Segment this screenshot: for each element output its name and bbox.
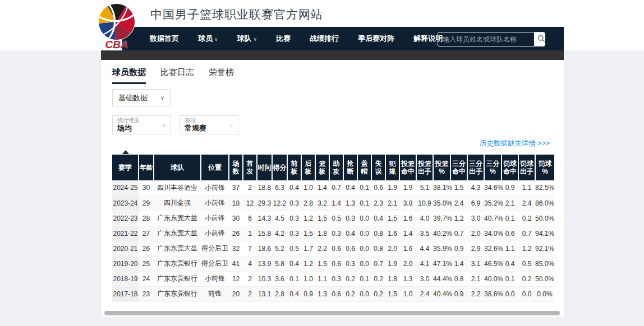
column-header[interactable]: 三分 出手 <box>467 155 484 180</box>
table-cell: 0.5 <box>518 256 535 271</box>
table-cell: 35.2% <box>484 195 502 211</box>
tab-player-stats[interactable]: 球员数据 <box>112 67 146 84</box>
column-header[interactable]: 位置 <box>201 155 229 180</box>
table-cell: 2.2 <box>467 286 484 301</box>
column-header[interactable]: 罚球 命中 <box>502 155 518 180</box>
tab-game-log[interactable]: 比赛日志 <box>160 67 194 84</box>
filter-value: 常规赛 <box>185 124 233 133</box>
table-cell: 1.5 <box>301 226 315 241</box>
table-cell: 0.9 <box>450 286 467 301</box>
column-header[interactable]: 罚球 % <box>535 155 554 180</box>
table-cell: 38.1% <box>433 180 450 195</box>
table-row: 2017-1823广东东莞银行前锋20213.12.80.40.91.30.60… <box>112 286 554 301</box>
table-cell: 四川金强 <box>154 195 201 211</box>
table-cell: 0.8 <box>371 226 385 241</box>
table-cell: 94.1% <box>535 226 554 241</box>
nav-item-data-home[interactable]: 数据首页 <box>140 34 188 44</box>
column-header[interactable]: 助攻 <box>329 155 343 180</box>
table-header-row: 赛季年龄球队位置场数首发时间得分前板后板篮板助攻抢断盖帽失误犯规投篮 命中投篮 … <box>112 155 554 180</box>
table-cell: 82.5% <box>535 180 554 195</box>
table-cell: 37 <box>229 180 243 195</box>
banner-strip <box>101 50 564 60</box>
table-cell: 18 <box>229 195 243 211</box>
chevron-down-icon: ∨ <box>162 122 166 128</box>
table-cell: 0.8 <box>450 271 467 286</box>
table-cell: 0.3 <box>343 256 357 271</box>
table-cell: 1.2 <box>518 241 535 256</box>
column-header[interactable]: 三分 命中 <box>450 155 467 180</box>
table-row: 2020-2126广东东莞大益得分后卫32718.65.20.51.72.20.… <box>112 241 554 256</box>
main-navbar: 数据首页球员∨球队∨比赛战绩排行季后赛对阵解释说明∨ <box>122 27 564 50</box>
table-cell: 6.3 <box>272 180 287 195</box>
column-header[interactable]: 投篮 出手 <box>416 155 433 180</box>
stage-select[interactable]: 赛段常规赛∨ <box>180 115 238 134</box>
table-cell: 0.4 <box>502 256 518 271</box>
column-header[interactable]: 前板 <box>287 155 301 180</box>
column-header[interactable]: 犯规 <box>385 155 399 180</box>
table-cell: 0.6 <box>371 180 385 195</box>
table-cell: 广东东莞大益 <box>154 211 201 226</box>
tab-honors[interactable]: 荣誉榜 <box>209 67 234 84</box>
table-cell: 3.0 <box>416 271 433 286</box>
column-header[interactable]: 篮板 <box>315 155 329 180</box>
column-header[interactable]: 三分 % <box>484 155 502 180</box>
table-cell: 小前锋 <box>201 180 229 195</box>
column-header[interactable]: 盖帽 <box>357 155 371 180</box>
table-cell: 32.6% <box>484 241 502 256</box>
nav-item-teams[interactable]: 球队∨ <box>228 34 267 44</box>
nav-item-standings[interactable]: 战绩排行 <box>300 34 348 44</box>
column-header[interactable]: 赛季 <box>112 155 139 180</box>
table-body: 2024-2530四川丰谷酒业小前锋37218.86.30.41.01.40.7… <box>112 180 554 301</box>
table-cell: 13.9 <box>257 256 272 271</box>
search-box <box>438 32 545 46</box>
column-header[interactable]: 得分 <box>272 155 287 180</box>
table-cell: 44.4% <box>433 271 450 286</box>
horizontal-scrollbar[interactable] <box>104 311 560 315</box>
table-row: 2018-1924广东东莞银行小前锋12210.33.60.11.01.10.3… <box>112 271 554 286</box>
table-cell: 1.5 <box>315 211 329 226</box>
nav-item-playoffs[interactable]: 季后赛对阵 <box>348 34 404 44</box>
data-type-select[interactable]: 基础数据 ∨ <box>112 89 171 106</box>
data-type-select-value: 基础数据 <box>118 93 148 103</box>
column-header[interactable]: 失误 <box>371 155 385 180</box>
table-cell: 1.4 <box>399 226 416 241</box>
table-cell: 0.2 <box>343 286 357 301</box>
nav-item-games[interactable]: 比赛 <box>266 34 300 44</box>
table-cell: 0.1 <box>357 195 371 211</box>
search-input[interactable] <box>438 32 534 46</box>
table-cell: 2.4 <box>416 286 433 301</box>
table-cell: 0.2 <box>371 286 385 301</box>
table-cell: 14.3 <box>257 211 272 226</box>
table-cell: 2019-20 <box>112 256 139 271</box>
nav-item-players[interactable]: 球员∨ <box>188 34 228 44</box>
column-header[interactable]: 投篮 % <box>433 155 450 180</box>
table-cell: 2017-18 <box>112 286 139 301</box>
table-cell: 0.6 <box>343 241 357 256</box>
column-header[interactable]: 场数 <box>229 155 243 180</box>
stat-dimension-select[interactable]: 统计维度场均∨ <box>112 115 171 134</box>
table-cell: 0.1 <box>357 271 371 286</box>
table-cell: 39.7% <box>433 211 450 226</box>
column-header[interactable]: 时间 <box>257 155 272 180</box>
search-button[interactable] <box>534 32 545 46</box>
table-cell: 0.7 <box>329 180 343 195</box>
column-header[interactable]: 首发 <box>243 155 257 180</box>
column-header[interactable]: 投篮 命中 <box>399 155 416 180</box>
table-cell: 29 <box>139 195 154 211</box>
table-cell: 2.4 <box>450 195 467 211</box>
column-header[interactable]: 年龄 <box>139 155 154 180</box>
cba-logo[interactable]: CBA <box>95 2 138 50</box>
column-header[interactable]: 后板 <box>301 155 315 180</box>
table-cell: 7 <box>243 241 257 256</box>
column-header[interactable]: 球队 <box>154 155 201 180</box>
table-cell: 1.5 <box>385 211 399 226</box>
history-missing-data-link[interactable]: 历史数据缺失详情 >>> <box>480 139 550 148</box>
table-cell: 15.8 <box>257 226 272 241</box>
filter-label: 统计维度 <box>117 117 166 124</box>
table-cell: 0.3 <box>287 195 301 211</box>
table-cell: 13.1 <box>257 286 272 301</box>
column-header[interactable]: 罚球 出手 <box>518 155 535 180</box>
table-cell: 四川丰谷酒业 <box>154 180 201 195</box>
table-cell: 30 <box>139 180 154 195</box>
column-header[interactable]: 抢断 <box>343 155 357 180</box>
